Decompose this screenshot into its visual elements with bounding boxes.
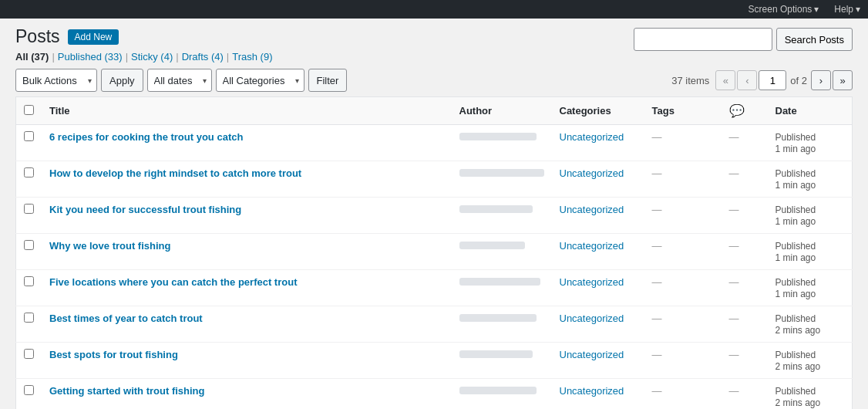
table-row: 6 recipes for cooking the trout you catc… — [16, 125, 853, 161]
title-header[interactable]: Title — [42, 97, 452, 125]
row-checkbox[interactable] — [24, 131, 34, 141]
row-author-cell — [452, 198, 552, 234]
category-link[interactable]: Uncategorized — [560, 131, 624, 143]
date-ago: 1 min ago — [775, 252, 816, 263]
category-link[interactable]: Uncategorized — [560, 204, 624, 215]
row-author-cell — [452, 306, 552, 343]
apply-button[interactable]: Apply — [101, 69, 143, 92]
tags-header[interactable]: Tags — [644, 97, 722, 125]
row-categories-cell: Uncategorized — [552, 234, 644, 270]
row-comments-cell: — — [722, 270, 768, 306]
tags-dash: — — [652, 313, 662, 324]
screen-options-button[interactable]: Screen Options ▾ — [749, 4, 819, 15]
row-checkbox[interactable] — [24, 385, 34, 395]
filter-drafts[interactable]: Drafts (4) — [182, 51, 224, 63]
dates-select[interactable]: All dates — [147, 69, 212, 92]
date-ago: 2 mins ago — [775, 361, 821, 372]
row-checkbox-cell — [16, 234, 42, 270]
post-title-link[interactable]: 6 recipes for cooking the trout you catc… — [49, 131, 243, 143]
header-right: Search Posts — [634, 28, 853, 51]
table-row: Getting started with trout fishing Uncat… — [16, 379, 853, 410]
row-comments-cell: — — [722, 343, 768, 379]
row-checkbox[interactable] — [24, 204, 34, 214]
search-input[interactable] — [634, 28, 772, 51]
table-row: Kit you need for successful trout fishin… — [16, 198, 853, 234]
page-title: Posts — [15, 26, 60, 47]
tags-dash: — — [652, 131, 662, 143]
comments-header[interactable]: 💬 — [722, 97, 768, 125]
row-checkbox[interactable] — [24, 349, 34, 359]
prev-page-button[interactable]: ‹ — [737, 70, 757, 90]
check-all-checkbox[interactable] — [24, 105, 34, 115]
category-link[interactable]: Uncategorized — [560, 349, 624, 360]
filter-button[interactable]: Filter — [308, 69, 348, 92]
filter-published[interactable]: Published (33) — [58, 51, 123, 63]
categories-header[interactable]: Categories — [552, 97, 644, 125]
row-date-cell: Published 1 min ago — [768, 125, 853, 161]
row-date-cell: Published 1 min ago — [768, 198, 853, 234]
author-placeholder — [459, 133, 537, 140]
help-button[interactable]: Help ▾ — [834, 4, 860, 15]
categories-select[interactable]: All Categories — [216, 69, 304, 92]
date-status: Published — [775, 313, 816, 324]
row-tags-cell: — — [644, 343, 722, 379]
bulk-actions-select[interactable]: Bulk Actions — [15, 69, 97, 92]
date-ago: 1 min ago — [775, 289, 816, 299]
date-status: Published — [775, 241, 816, 252]
row-checkbox[interactable] — [24, 240, 34, 250]
items-count: 37 items — [671, 75, 709, 86]
row-date-cell: Published 2 mins ago — [768, 343, 853, 379]
next-page-button[interactable]: › — [811, 70, 831, 90]
comments-bubble-icon: 💬 — [729, 104, 745, 117]
row-checkbox[interactable] — [24, 276, 34, 286]
category-link[interactable]: Uncategorized — [560, 385, 624, 397]
author-placeholder — [459, 242, 525, 249]
row-comments-cell: — — [722, 306, 768, 343]
row-author-cell — [452, 270, 552, 306]
last-page-button[interactable]: » — [833, 70, 853, 90]
row-checkbox[interactable] — [24, 313, 34, 323]
row-checkbox-cell — [16, 306, 42, 343]
table-row: How to develop the right mindset to catc… — [16, 161, 853, 198]
row-date-cell: Published 2 mins ago — [768, 379, 853, 410]
author-placeholder — [459, 278, 540, 286]
date-header[interactable]: Date — [768, 97, 853, 125]
filter-all[interactable]: All (37) — [15, 51, 49, 63]
post-title-link[interactable]: Kit you need for successful trout fishin… — [49, 204, 241, 215]
dates-wrap: All dates ▾ — [147, 69, 212, 92]
category-link[interactable]: Uncategorized — [560, 313, 624, 324]
row-categories-cell: Uncategorized — [552, 379, 644, 410]
category-link[interactable]: Uncategorized — [560, 240, 624, 252]
filter-links: All (37) | Published (33) | Sticky (4) |… — [15, 51, 853, 63]
post-title-link[interactable]: Best spots for trout fishing — [49, 349, 178, 360]
add-new-button[interactable]: Add New — [68, 29, 119, 45]
author-placeholder — [459, 314, 537, 322]
post-title-link[interactable]: Five locations where you can catch the p… — [49, 276, 297, 288]
row-title-cell: Best times of year to catch trout — [42, 306, 452, 343]
row-checkbox[interactable] — [24, 167, 34, 177]
page-input[interactable] — [759, 70, 786, 90]
post-title-link[interactable]: How to develop the right mindset to catc… — [49, 167, 301, 179]
row-title-cell: 6 recipes for cooking the trout you catc… — [42, 125, 452, 161]
posts-table: Title Author Categories Tags 💬 Date 6 re… — [15, 96, 853, 409]
category-link[interactable]: Uncategorized — [560, 167, 624, 179]
tablenav-right: 37 items « ‹ of 2 › » — [671, 70, 853, 90]
post-title-link[interactable]: Why we love trout fishing — [49, 240, 170, 252]
row-checkbox-cell — [16, 198, 42, 234]
post-title-link[interactable]: Best times of year to catch trout — [49, 313, 203, 324]
row-comments-cell: — — [722, 198, 768, 234]
row-date-cell: Published 2 mins ago — [768, 306, 853, 343]
tags-dash: — — [652, 167, 662, 179]
post-title-link[interactable]: Getting started with trout fishing — [49, 385, 205, 397]
search-posts-button[interactable]: Search Posts — [776, 28, 853, 51]
tags-dash: — — [652, 240, 662, 252]
filter-sticky[interactable]: Sticky (4) — [131, 51, 173, 63]
tags-dash: — — [652, 276, 662, 288]
filter-trash[interactable]: Trash (9) — [232, 51, 272, 63]
first-page-button[interactable]: « — [715, 70, 735, 90]
author-header[interactable]: Author — [452, 97, 552, 125]
admin-bar: Screen Options ▾ Help ▾ — [0, 0, 868, 19]
category-link[interactable]: Uncategorized — [560, 276, 624, 288]
author-placeholder — [459, 205, 533, 213]
row-tags-cell: — — [644, 379, 722, 410]
